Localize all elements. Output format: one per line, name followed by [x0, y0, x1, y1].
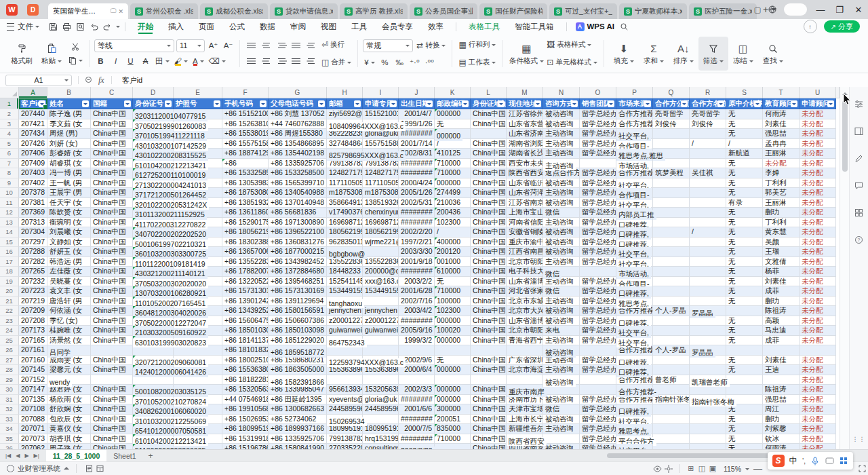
- cell-C21[interactable]: China中国: [91, 297, 133, 307]
- cell-F9[interactable]: +86 13053983: [222, 178, 269, 189]
- view-panel-icon[interactable]: [94, 464, 105, 474]
- redo-icon[interactable]: [100, 20, 114, 33]
- cell-A9[interactable]: 207402: [19, 178, 47, 189]
- cell-U27[interactable]: 未分配: [800, 356, 836, 366]
- cell-P33[interactable]: 社交平台,: [616, 415, 653, 425]
- cell-O25[interactable]: 留学总经办: [580, 336, 616, 346]
- percent-button[interactable]: %: [378, 56, 391, 69]
- header-cell-C1[interactable]: 国籍: [91, 98, 133, 109]
- menu-item-8[interactable]: 工具: [344, 19, 374, 34]
- cell-Q35[interactable]: [653, 434, 690, 444]
- page-layout-view-icon[interactable]: ◫: [696, 464, 707, 474]
- cell-D18[interactable]: 430321200211140121: [133, 267, 174, 277]
- cell-D11[interactable]: 32010220020531242X: [133, 198, 174, 208]
- cell-U7[interactable]: 未分配: [800, 159, 836, 169]
- cell-K2[interactable]: 000000: [435, 109, 471, 119]
- cell-J32[interactable]: 2001/6/6: [399, 404, 435, 415]
- cell-I17[interactable]: 135522836: [363, 257, 399, 267]
- cell-R26[interactable]: 罗晶晶: [690, 345, 726, 356]
- cell-U18[interactable]: 未分配: [800, 267, 836, 277]
- cell-B19[interactable]: 吴晓蔓 (女: [47, 277, 91, 287]
- cell-H25[interactable]: 864752343: [327, 336, 363, 346]
- cell-Q9[interactable]: [653, 178, 690, 189]
- cell-F26[interactable]: +86 18101832: [222, 345, 269, 356]
- cell-L6[interactable]: China中国: [471, 149, 507, 159]
- document-tab[interactable]: S可过_支付宝+_滴滴: [549, 3, 617, 19]
- cell-S13[interactable]: 无: [726, 218, 763, 228]
- cell-N34[interactable]: 主动咨询: [543, 424, 580, 434]
- ime-toolbox-icon[interactable]: [839, 456, 848, 466]
- cell-K26[interactable]: [435, 345, 471, 356]
- cell-B8[interactable]: 冯一博 (男: [47, 168, 91, 178]
- cell-D24[interactable]: 210303200509160922: [133, 326, 174, 336]
- cell-B34[interactable]: 黄嘉仪 (女: [47, 424, 91, 434]
- row-number-18[interactable]: 18: [0, 267, 19, 277]
- cell-I30[interactable]: 153205639: [363, 385, 399, 395]
- cell-D34[interactable]: 654101200007050581: [133, 424, 174, 434]
- cell-A21[interactable]: 207219: [19, 297, 47, 307]
- column-header-M[interactable]: M: [507, 87, 543, 98]
- row-number-4[interactable]: 4: [0, 129, 19, 139]
- cell-P4[interactable]: 社交平台,: [616, 129, 653, 139]
- cell-D6[interactable]: 430102200208315525: [133, 149, 174, 159]
- filter-dropdown-icon[interactable]: [644, 100, 651, 107]
- cell-N16[interactable]: 被动咨询: [543, 247, 580, 257]
- ime-mic-icon[interactable]: [810, 456, 820, 466]
- cell-C15[interactable]: China中国: [91, 238, 133, 248]
- row-number-24[interactable]: 24: [0, 326, 19, 336]
- table-style-button[interactable]: 🖼︎表格样式: [545, 37, 599, 52]
- cell-G18[interactable]: +86 1372884680: [269, 267, 327, 277]
- cell-U10[interactable]: 未分配: [800, 188, 836, 198]
- header-cell-J1[interactable]: 出生日期: [399, 98, 435, 109]
- copy-button[interactable]: [66, 54, 84, 67]
- cell-D16[interactable]: 360103200303300725: [133, 247, 174, 257]
- cell-P3[interactable]: 合作方推荐: [616, 119, 653, 130]
- cell-I33[interactable]: [363, 415, 399, 425]
- column-header-E[interactable]: E: [174, 87, 222, 98]
- cell-A7[interactable]: 207409: [19, 159, 47, 169]
- cell-G35[interactable]: +86 1335925706: [269, 434, 327, 444]
- cell-C36[interactable]: China中国: [91, 444, 133, 449]
- fullscreen-icon[interactable]: [859, 465, 866, 472]
- cell-U15[interactable]: 未分配: [800, 238, 836, 248]
- cell-F18[interactable]: +86 17882007: [222, 267, 269, 277]
- cell-M18[interactable]: 电子科技大: [507, 267, 543, 277]
- cell-B33[interactable]: 包欣辰 (女: [47, 415, 91, 425]
- cell-M19[interactable]: 山东省淄博: [507, 277, 543, 287]
- document-tab[interactable]: S常州公积金 .xlsx: [130, 3, 198, 19]
- cell-M10[interactable]: 山东省菏泽: [507, 188, 543, 198]
- cell-G29[interactable]: +86 1582391866: [269, 375, 327, 385]
- cell-S28[interactable]: 无: [726, 365, 763, 375]
- row-number-1[interactable]: 1: [0, 98, 19, 109]
- cell-Q2[interactable]: 亮哥留学: [653, 109, 690, 119]
- cell-C13[interactable]: China中国: [91, 218, 133, 228]
- cell-M11[interactable]: 江苏省南京: [507, 198, 543, 208]
- cell-I11[interactable]: 138519326: [363, 198, 399, 208]
- tray-app-label[interactable]: 业财管理系统: [18, 464, 60, 474]
- cell-B28[interactable]: 梁馨元 (女: [47, 365, 91, 375]
- cell-I10[interactable]: m1875308: [363, 188, 399, 198]
- cell-K14[interactable]: /: [435, 227, 471, 238]
- cell-F34[interactable]: +86 18099519: [222, 424, 269, 434]
- menu-item-10[interactable]: 效率: [420, 19, 451, 34]
- cell-M35[interactable]: 陕西省西安: [507, 434, 543, 444]
- cell-D13[interactable]: 411702200312270822: [133, 218, 174, 228]
- cell-T30[interactable]: 陈祖涛: [763, 385, 800, 395]
- cell-N23[interactable]: 被动咨询: [543, 316, 580, 326]
- filter-dropdown-icon[interactable]: [717, 100, 724, 107]
- row-number-25[interactable]: 25: [0, 336, 19, 346]
- align-right-button[interactable]: [275, 55, 288, 68]
- cell-I25[interactable]: [363, 336, 399, 346]
- cell-M23[interactable]: 山东省淄博: [507, 316, 543, 326]
- rows-columns-button[interactable]: ▦行和列: [457, 37, 497, 52]
- cell-D25[interactable]: 630103199903020823: [133, 336, 174, 346]
- cell-D17[interactable]: 110112200109181419: [133, 257, 174, 267]
- cell-H36[interactable]: 270335220: [327, 444, 363, 449]
- row-number-35[interactable]: 35: [0, 434, 19, 444]
- cell-C14[interactable]: China中国: [91, 227, 133, 238]
- sum-button[interactable]: Σ 求和: [639, 37, 669, 71]
- cell-G9[interactable]: +86 1565399710: [269, 178, 327, 189]
- cell-K12[interactable]: 200436: [435, 208, 471, 218]
- cell-L23[interactable]: China中国: [471, 316, 507, 326]
- cell-U31[interactable]: 未分配: [800, 395, 836, 405]
